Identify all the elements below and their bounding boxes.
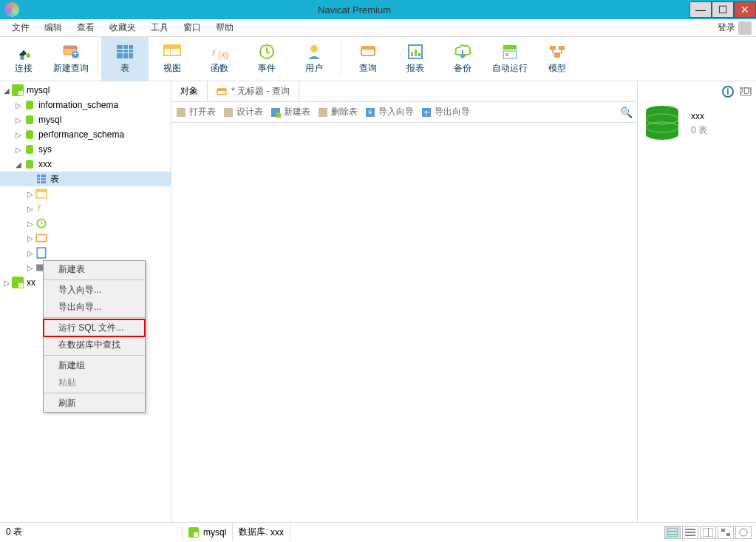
toolbar-function[interactable]: f(x) 函数 <box>196 37 243 81</box>
avatar-icon[interactable] <box>738 21 752 35</box>
query-icon <box>358 43 378 61</box>
tree-views-node[interactable]: ▷ <box>0 186 171 201</box>
tree-tables-node[interactable]: 表 <box>0 172 171 186</box>
toolbar-user[interactable]: 用户 <box>290 37 338 81</box>
statusbar: 0 表 mysql 数据库: xxx <box>0 522 756 541</box>
toolbar-query[interactable]: 查询 <box>344 37 392 81</box>
menu-view[interactable]: 查看 <box>69 20 102 35</box>
tree-db-sys[interactable]: ▷ sys <box>0 142 171 157</box>
ctx-new-group[interactable]: 新建组 <box>44 357 145 374</box>
expand-icon[interactable]: ▷ <box>25 249 35 257</box>
ctx-import-wizard[interactable]: 导入向导... <box>44 282 145 299</box>
event-icon <box>35 217 47 229</box>
database-icon <box>642 105 682 142</box>
svg-rect-50 <box>177 108 185 117</box>
ctx-refresh[interactable]: 刷新 <box>44 395 145 412</box>
menu-help[interactable]: 帮助 <box>208 20 241 35</box>
expand-icon[interactable]: ▷ <box>25 220 35 228</box>
tab-objects[interactable]: 对象 <box>171 81 208 101</box>
svg-rect-23 <box>411 52 413 56</box>
collapse-icon[interactable]: ◢ <box>13 160 24 169</box>
tree-reports-node[interactable]: ▷ <box>0 245 171 260</box>
expand-icon[interactable]: ▷ <box>25 234 35 243</box>
expand-icon[interactable]: ▷ <box>13 131 24 139</box>
context-menu: 新建表 导入向导... 导出向导... 运行 SQL 文件... 在数据库中查找… <box>43 260 146 413</box>
svg-text:i: i <box>726 87 729 97</box>
backup-icon <box>452 43 473 61</box>
delete-icon <box>318 107 328 118</box>
menu-edit[interactable]: 编辑 <box>37 20 69 35</box>
svg-rect-28 <box>505 53 508 56</box>
expand-icon[interactable]: ▷ <box>1 279 12 287</box>
expand-icon[interactable]: ▷ <box>25 190 35 198</box>
menu-window[interactable]: 窗口 <box>176 20 208 35</box>
toolbar-connect[interactable]: 连接 <box>0 37 47 81</box>
function-icon: f <box>35 203 47 214</box>
search-icon[interactable]: 🔍 <box>620 106 633 118</box>
expand-icon[interactable]: ▷ <box>25 264 35 272</box>
close-button[interactable]: ✕ <box>734 1 756 18</box>
toolbar-new-query[interactable]: + 新建查询 <box>47 37 95 81</box>
svg-rect-66 <box>667 534 678 535</box>
view-grid-button[interactable] <box>664 526 681 539</box>
btn-delete-table[interactable]: 删除表 <box>318 106 358 118</box>
database-icon <box>24 158 35 170</box>
tree-db-information-schema[interactable]: ▷ information_schema <box>0 98 171 112</box>
collapse-icon[interactable]: ◢ <box>1 87 12 95</box>
view-er-button[interactable] <box>718 526 734 539</box>
expand-icon[interactable]: ▷ <box>13 146 24 154</box>
svg-rect-73 <box>726 533 730 536</box>
autorun-icon <box>500 43 520 61</box>
minimize-button[interactable]: — <box>689 1 712 18</box>
report-icon <box>35 247 47 259</box>
ctx-export-wizard[interactable]: 导出向导... <box>44 299 145 316</box>
svg-text:f: f <box>38 203 41 214</box>
view-detail-button[interactable] <box>700 526 716 539</box>
maximize-button[interactable]: ☐ <box>712 1 734 18</box>
svg-rect-51 <box>224 108 233 117</box>
tree-db-mysql[interactable]: ▷ mysql <box>0 112 171 127</box>
event-icon <box>256 43 277 61</box>
info-table-count: 0 表 <box>691 124 707 137</box>
ctx-find-in-db[interactable]: 在数据库中查找 <box>44 336 145 353</box>
tree-queries-node[interactable]: ▷ <box>0 231 171 245</box>
login-link[interactable]: 登录 <box>718 21 738 34</box>
svg-rect-46 <box>37 248 45 258</box>
toolbar-autorun[interactable]: 自动运行 <box>486 37 534 81</box>
export-icon <box>421 107 432 118</box>
tree-events-node[interactable]: ▷ <box>0 216 171 231</box>
view-list-button[interactable] <box>682 526 698 539</box>
ctx-run-sql-file[interactable]: 运行 SQL 文件... <box>44 319 145 336</box>
connection-icon <box>12 277 24 288</box>
expand-icon[interactable]: ▷ <box>13 101 24 109</box>
tree-functions-node[interactable]: ▷ f <box>0 201 171 216</box>
svg-rect-65 <box>667 531 678 532</box>
expand-icon[interactable]: ▷ <box>25 205 35 213</box>
svg-rect-26 <box>503 45 517 50</box>
tree-connection-mysql[interactable]: ◢ mysql <box>0 83 171 98</box>
svg-rect-68 <box>685 532 695 533</box>
toolbar-table[interactable]: 表 <box>101 37 149 81</box>
toolbar-model[interactable]: 模型 <box>534 37 581 81</box>
btn-open-table[interactable]: 打开表 <box>176 106 216 118</box>
btn-export-wizard[interactable]: 导出向导 <box>421 106 470 118</box>
ddl-icon[interactable]: DDL <box>740 86 752 98</box>
toolbar-view[interactable]: 视图 <box>149 37 196 81</box>
tree-db-xxx[interactable]: ◢ xxx <box>0 157 171 172</box>
menu-favorites[interactable]: 收藏夹 <box>102 20 143 35</box>
ctx-new-table[interactable]: 新建表 <box>44 261 145 278</box>
menu-tools[interactable]: 工具 <box>143 20 176 35</box>
toolbar-backup[interactable]: 备份 <box>439 37 486 81</box>
btn-import-wizard[interactable]: 导入向导 <box>365 106 414 118</box>
svg-rect-24 <box>415 50 417 56</box>
tree-db-performance-schema[interactable]: ▷ performance_schema <box>0 127 171 142</box>
view-chart-button[interactable] <box>735 526 752 539</box>
menu-file[interactable]: 文件 <box>4 20 37 35</box>
toolbar-event[interactable]: 事件 <box>243 37 290 81</box>
tab-untitled-query[interactable]: * 无标题 - 查询 <box>208 81 299 101</box>
btn-design-table[interactable]: 设计表 <box>223 106 263 118</box>
expand-icon[interactable]: ▷ <box>13 116 24 124</box>
btn-new-table[interactable]: 新建表 <box>270 106 310 118</box>
toolbar-report[interactable]: 报表 <box>392 37 439 81</box>
info-icon[interactable]: i <box>722 86 734 98</box>
